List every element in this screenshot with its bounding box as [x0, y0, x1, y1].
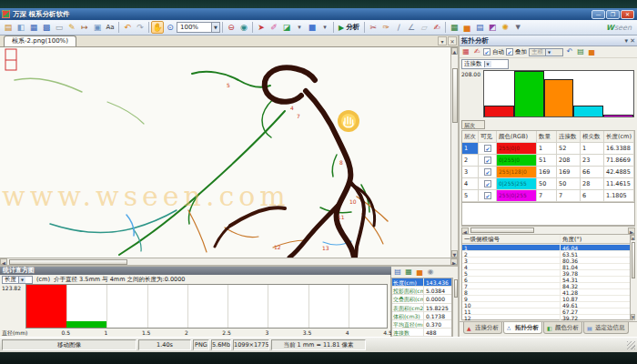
excel-export-icon[interactable]: ▦	[404, 268, 413, 277]
close-button[interactable]: ✕	[621, 10, 634, 19]
select-arrow-icon[interactable]: ➤	[255, 21, 268, 34]
angle-table-row[interactable]: 841.28	[462, 289, 634, 296]
caret-down-icon[interactable]: ▼	[511, 21, 524, 34]
resize-grip[interactable]	[627, 341, 635, 349]
prune-scissors-icon[interactable]: ✂	[367, 21, 379, 34]
metric-combo[interactable]: 连接数 ▼	[461, 59, 509, 69]
summary-row[interactable]: 表面积(cm2)15.8225	[392, 304, 451, 312]
export-icon[interactable]: ↦	[78, 21, 91, 34]
image-canvas[interactable]: www.wseen.com 547810111213	[0, 47, 450, 258]
report-icon[interactable]: ▤	[576, 47, 585, 56]
summary-row[interactable]: 体积(cm3)0.1738	[392, 312, 451, 320]
letterbox-top	[0, 0, 637, 8]
open-folder-icon[interactable]: ▤	[2, 21, 15, 34]
mdi-close-icon[interactable]: ✕	[448, 36, 457, 46]
copy-icon[interactable]: ▣	[91, 21, 104, 34]
draw-pen-icon[interactable]: ✑	[379, 21, 392, 34]
mark-brush-icon[interactable]: ✐	[268, 21, 280, 34]
root-number-label: 5	[227, 82, 230, 88]
palette-icon[interactable]: ◩	[486, 21, 499, 34]
visible-checkbox[interactable]: ✔	[484, 192, 491, 199]
zoom-level-combo[interactable]: 100%▼	[177, 22, 220, 33]
analysis-tab-inactive[interactable]: ▲连接分析	[463, 322, 502, 334]
summary-row[interactable]: 交叠面积(cm2)0.0000	[392, 295, 451, 303]
preview-eye-icon[interactable]: ◉	[238, 21, 250, 34]
summary-row[interactable]: 长度(cm)143.436	[392, 278, 451, 287]
lamp-icon[interactable]: ✺	[499, 21, 511, 34]
angle-table-row[interactable]: 1167.27	[462, 308, 634, 315]
save-report-icon[interactable]: ▤	[393, 268, 402, 277]
excel-export-icon[interactable]: ▦	[448, 21, 460, 34]
pin-icon[interactable]: ▾	[625, 37, 629, 45]
color-tool-icon[interactable]: ◪	[280, 21, 293, 34]
analyze-button[interactable]: ▶分析	[336, 23, 362, 32]
angle-table-row[interactable]: 481.04	[462, 264, 634, 270]
visible-checkbox[interactable]: ✔	[484, 157, 491, 164]
angle-table-scrollbar[interactable]: ▲ ▼	[630, 235, 635, 319]
root-combo[interactable]: 主根 ▼	[529, 48, 563, 56]
mdi-menu-icon[interactable]: ▾	[438, 36, 447, 46]
redo-icon[interactable]: ↷	[134, 21, 147, 34]
angle-tool-icon[interactable]: ∠	[405, 21, 418, 34]
metric-combo[interactable]: 长度 ▼	[2, 276, 33, 284]
person-mark-icon[interactable]: ✍	[430, 21, 443, 34]
summary-row[interactable]: 投影面积(cm2)5.0384	[392, 287, 451, 295]
save-icon[interactable]: ▦	[27, 21, 40, 34]
angle-table-row[interactable]: 146.04	[462, 245, 634, 251]
angle-table-row[interactable]: 263.51	[462, 251, 634, 258]
angle-table-row[interactable]: 539.78	[462, 270, 634, 277]
level-table-row[interactable]: 3✔255|128|01691696642.4885	[462, 167, 634, 178]
save-all-icon[interactable]: ▩	[40, 21, 53, 34]
level-table-row[interactable]: 5✔255|0|2557761.1805	[462, 190, 634, 202]
canvas-vertical-scrollbar[interactable]: ▲ ▼	[450, 47, 458, 258]
auto-checkbox[interactable]: ✔	[483, 48, 490, 56]
overlay-checkbox[interactable]: ✔	[506, 48, 513, 56]
angle-table-row[interactable]: 1049.61	[462, 302, 634, 308]
undo-icon[interactable]: ↶	[565, 47, 574, 56]
level-table-row[interactable]: 2✔0|255|0512082371.8669	[462, 155, 634, 167]
chart-icon[interactable]: ▅	[587, 47, 596, 56]
scan-icon[interactable]: ◧	[15, 21, 27, 34]
summary-toolbar: ▤ ▦ ▅ ◉	[391, 267, 458, 278]
level-table-row[interactable]: 1✔255|0|0152116.3388	[462, 143, 634, 155]
panel-close-icon[interactable]: ✕	[630, 37, 635, 45]
analysis-tab-active[interactable]: ∴拓扑分析	[503, 322, 542, 334]
angle-table-row[interactable]: 1239.72	[462, 315, 634, 321]
caret-down-icon[interactable]: ▾	[318, 21, 331, 34]
caret-down-icon[interactable]: ▾	[293, 21, 306, 34]
visible-checkbox[interactable]: ✔	[484, 145, 491, 152]
print-icon[interactable]: ▭	[53, 21, 66, 34]
undo-icon[interactable]: ↶	[121, 21, 134, 34]
grid-table-icon[interactable]: ▤	[473, 21, 486, 34]
minimize-button[interactable]: —	[592, 10, 605, 19]
table-horizontal-scrollbar[interactable]: ◀ ▶	[461, 226, 635, 234]
eraser-icon[interactable]: ▱	[418, 21, 430, 34]
fill-square-icon[interactable]: ■	[306, 21, 318, 34]
analysis-tab-inactive[interactable]: ◧颜色分析	[543, 322, 582, 334]
document-tab[interactable]: 根系-2.png(100%)	[4, 35, 76, 46]
maximize-button[interactable]: ❐	[606, 10, 620, 19]
hand-pan-tool-icon[interactable]: ✋	[151, 21, 164, 34]
grid-mark-icon[interactable]: ▦	[461, 47, 470, 56]
canvas-horizontal-scrollbar[interactable]: ◀ ▶	[0, 258, 458, 265]
person-mark-icon[interactable]: ✍	[472, 47, 481, 56]
text-style-icon[interactable]: Aa	[104, 21, 116, 34]
visible-checkbox[interactable]: ✔	[484, 168, 491, 176]
summary-row[interactable]: 连接数488	[392, 329, 451, 337]
bar-chart-icon[interactable]: ▅	[460, 21, 473, 34]
summary-row[interactable]: 平均直径(mm)0.370	[392, 320, 451, 329]
angle-table-row[interactable]: 784.32	[462, 283, 634, 289]
angle-table-row[interactable]: 380.36	[462, 258, 634, 264]
web-icon[interactable]: ◉	[426, 268, 435, 277]
level-table-row[interactable]: 4✔0|255|25550502811.4615	[462, 178, 634, 190]
measure-line-icon[interactable]: ∕	[392, 21, 405, 34]
analysis-tab-inactive[interactable]: ▤选定边信息	[583, 322, 629, 334]
edit-pencil-icon[interactable]: ✎	[66, 21, 78, 34]
zoom-out-icon[interactable]: ⊖	[225, 21, 238, 34]
summary-scrollbar[interactable]	[452, 278, 458, 337]
zoom-lens-icon[interactable]: ⊙	[164, 21, 177, 34]
angle-table-row[interactable]: 654.31	[462, 277, 634, 283]
angle-table-row[interactable]: 910.87	[462, 296, 634, 302]
visible-checkbox[interactable]: ✔	[484, 180, 491, 187]
chart-icon[interactable]: ▅	[415, 268, 424, 277]
